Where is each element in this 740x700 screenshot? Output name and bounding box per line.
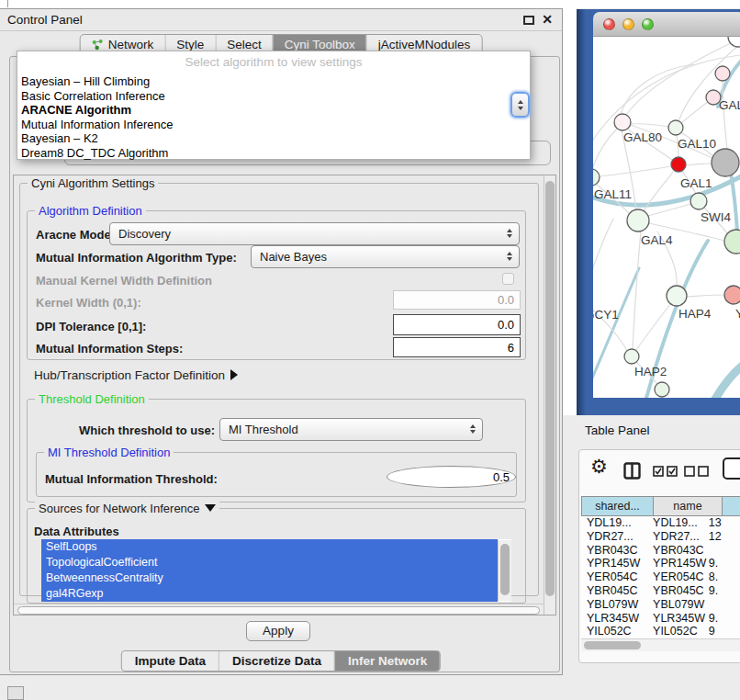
network-node-gal4[interactable]: [627, 209, 649, 231]
attributes-scrollbar[interactable]: [498, 540, 511, 601]
table-header-row: shared...name: [581, 496, 740, 516]
column-header-name[interactable]: name: [654, 496, 723, 516]
combo-spinner-button[interactable]: [510, 92, 530, 118]
attribute-item-betweennesscentrality[interactable]: BetweennessCentrality: [41, 570, 498, 586]
table-cell: 8.: [707, 570, 740, 584]
column-header-shared[interactable]: shared...: [581, 496, 654, 516]
network-node-label: HAP2: [634, 365, 667, 378]
algorithm-option-bayesian-hill-climbing[interactable]: Bayesian – Hill Climbing: [17, 74, 530, 89]
network-node-swi4[interactable]: [690, 193, 707, 209]
table-panel: ⚙ shared...name YDL19...YDL19...13YDR27.…: [578, 449, 740, 663]
table-cell: YDL19...: [645, 516, 707, 530]
control-panel-window: Control Panel ✕ NetworkStyleSelectCyni T…: [0, 8, 563, 675]
network-node-label: GAL4: [641, 233, 673, 247]
network-node[interactable]: [715, 66, 730, 81]
network-node-y[interactable]: [724, 286, 740, 304]
network-edge[interactable]: [681, 102, 708, 123]
table-cell: YDR27...: [581, 530, 645, 544]
aracne-mode-select[interactable]: Discovery: [109, 222, 520, 245]
network-node-hap4[interactable]: [667, 286, 687, 306]
network-node[interactable]: [655, 382, 669, 397]
tab-discretize-data[interactable]: Discretize Data: [219, 651, 334, 671]
which-threshold-select[interactable]: MI Threshold: [219, 418, 483, 441]
network-edge[interactable]: [723, 81, 727, 149]
attributes-scrollbar-thumb[interactable]: [500, 544, 510, 595]
network-node-hap2[interactable]: [624, 349, 639, 364]
network-edge[interactable]: [686, 164, 712, 165]
sources-group-title[interactable]: Sources for Network Inference: [35, 502, 219, 515]
kernel-width-field[interactable]: [393, 290, 521, 310]
gear-icon[interactable]: ⚙: [590, 457, 608, 477]
table-row[interactable]: YPR145WYPR145W9.: [581, 557, 740, 570]
table-cell: [707, 544, 740, 558]
network-window-titlebar[interactable]: [593, 12, 740, 37]
settings-horizontal-scrollbar-thumb[interactable]: [17, 606, 540, 615]
zoom-traffic-light[interactable]: [642, 18, 654, 30]
table-horizontal-scrollbar-thumb[interactable]: [584, 641, 641, 649]
minimize-traffic-light[interactable]: [622, 18, 634, 30]
table-row[interactable]: YLR345WYLR345W9.: [581, 612, 740, 626]
close-icon[interactable]: ✕: [542, 12, 553, 27]
network-node[interactable]: [728, 37, 740, 47]
attribute-item-gal4rgexp[interactable]: gal4RGexp: [41, 586, 498, 602]
document-icon[interactable]: [723, 457, 740, 480]
network-edge[interactable]: [636, 303, 671, 350]
table-row[interactable]: YBR045CYBR045C9.: [581, 584, 740, 598]
algorithm-option-basic-correlation-inference[interactable]: Basic Correlation Inference: [17, 89, 530, 104]
network-edge-highlighted[interactable]: [714, 358, 740, 398]
table-row[interactable]: YER054CYER054C8.: [581, 570, 740, 584]
network-view-window: GAL7GAL80GAL10GAL1GAL11SWI4GAL4GCY1HAP4Y…: [593, 12, 740, 398]
manual-kernel-checkbox[interactable]: [502, 273, 514, 285]
table-row[interactable]: YBR043CYBR043C: [581, 544, 740, 558]
column-header-hidden[interactable]: [723, 496, 740, 516]
mi-steps-field[interactable]: [393, 337, 521, 357]
hub-definition-toggle[interactable]: Hub/Transcription Factor Definition: [34, 368, 238, 382]
network-edge[interactable]: [621, 64, 694, 114]
settings-scroll-viewport: Cyni Algorithm Settings Algorithm Defini…: [13, 175, 556, 615]
attribute-item-selfloops[interactable]: SelfLoops: [41, 539, 498, 555]
algorithm-dropdown-popup: Select algorithm to view settings Bayesi…: [17, 51, 531, 160]
table-cell: YPR145W: [581, 557, 645, 570]
table-row[interactable]: YBL079WYBL079W: [581, 598, 740, 612]
network-node-gal1[interactable]: [671, 157, 686, 172]
collapse-down-icon: [205, 504, 216, 512]
settings-vertical-scrollbar-thumb[interactable]: [545, 181, 555, 596]
control-panel-title: Control Panel: [7, 13, 83, 27]
checked-boxes-icon[interactable]: [653, 466, 678, 480]
network-node[interactable]: [712, 149, 739, 176]
algorithm-option-bayesian-k2[interactable]: Bayesian – K2: [17, 131, 530, 146]
network-node-gal11[interactable]: [593, 169, 600, 186]
manual-kernel-label: Manual Kernel Width Definition: [36, 274, 212, 288]
algorithm-option-mutual-information-inference[interactable]: Mutual Information Inference: [17, 118, 530, 132]
algorithm-option-dream8-dc-tdc-algorithm[interactable]: Dream8 DC_TDC Algorithm: [17, 146, 530, 161]
float-window-icon[interactable]: [523, 16, 534, 25]
unchecked-boxes-icon[interactable]: [684, 466, 710, 480]
network-edge[interactable]: [599, 166, 671, 176]
tab-impute-data[interactable]: Impute Data: [122, 651, 219, 671]
network-node-gal80[interactable]: [614, 114, 631, 130]
table-row[interactable]: YDL19...YDL19...13: [581, 516, 740, 530]
network-edge[interactable]: [593, 219, 613, 288]
table-cell: YPR145W: [645, 557, 707, 570]
close-traffic-light[interactable]: [603, 18, 615, 30]
table-row[interactable]: YDR27...YDR27...12: [581, 530, 740, 544]
attribute-item-topologicalcoefficient[interactable]: TopologicalCoefficient: [41, 555, 498, 570]
mi-type-select[interactable]: Naive Bayes: [251, 245, 520, 268]
table-row[interactable]: YIL052CYIL052C9: [581, 625, 740, 638]
algorithm-option-aracne-algorithm[interactable]: ARACNE Algorithm: [17, 103, 530, 118]
tab-infer-network[interactable]: Infer Network: [334, 651, 440, 671]
network-canvas[interactable]: GAL7GAL80GAL10GAL1GAL11SWI4GAL4GCY1HAP4Y…: [593, 37, 740, 398]
mi-threshold-field[interactable]: [387, 466, 516, 488]
dpi-tolerance-label: DPI Tolerance [0,1]:: [36, 320, 146, 333]
network-edge[interactable]: [633, 231, 641, 349]
network-edge[interactable]: [686, 295, 724, 297]
columns-icon[interactable]: [623, 462, 641, 482]
network-edge-highlighted[interactable]: [593, 268, 639, 398]
network-node-label: SWI4: [701, 210, 731, 224]
network-node-gal10[interactable]: [668, 120, 683, 135]
apply-button[interactable]: Apply: [246, 621, 310, 641]
dpi-tolerance-field[interactable]: [393, 314, 521, 335]
corner-restore-button[interactable]: [7, 686, 24, 700]
table-horizontal-scrollbar[interactable]: [581, 638, 740, 651]
table-cell: YBR043C: [645, 544, 707, 558]
